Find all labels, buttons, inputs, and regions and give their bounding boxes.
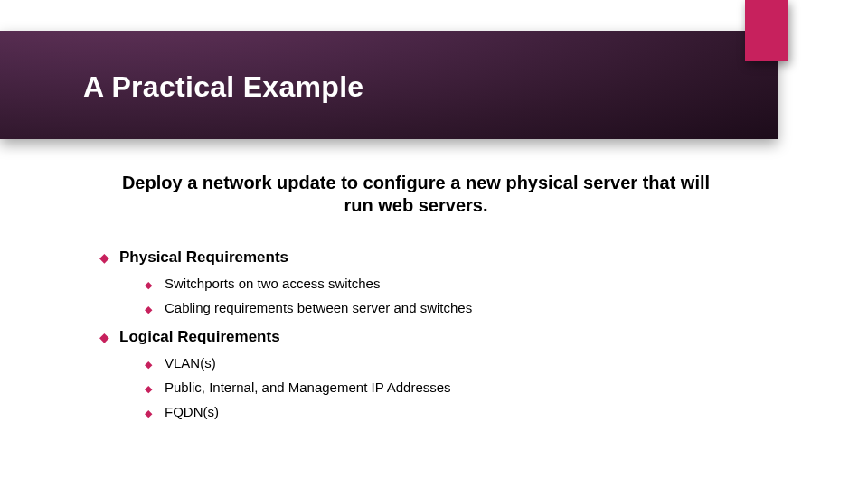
diamond-bullet-icon: ◆ [145, 279, 165, 291]
list-item-text: Switchports on two access switches [165, 276, 380, 291]
diamond-bullet-icon: ◆ [145, 408, 165, 419]
diamond-bullet-icon: ◆ [99, 250, 119, 265]
list-item: ◆ Cabling requirements between server an… [145, 300, 814, 315]
list-item: ◆ FQDN(s) [145, 404, 814, 419]
section: ◆ Physical Requirements ◆ Switchports on… [99, 249, 814, 315]
slide: A Practical Example Deploy a network upd… [0, 0, 868, 488]
list-item-text: Public, Internal, and Management IP Addr… [165, 380, 451, 395]
list-item-text: VLAN(s) [165, 355, 216, 371]
diamond-bullet-icon: ◆ [145, 383, 165, 395]
slide-body: ◆ Physical Requirements ◆ Switchports on… [99, 249, 814, 432]
list-item: ◆ Public, Internal, and Management IP Ad… [145, 380, 814, 395]
list-item-text: Cabling requirements between server and … [165, 300, 472, 315]
diamond-bullet-icon: ◆ [99, 330, 119, 344]
section-heading: Logical Requirements [119, 328, 280, 346]
diamond-bullet-icon: ◆ [145, 359, 165, 371]
section: ◆ Logical Requirements ◆ VLAN(s) ◆ Publi… [99, 328, 814, 419]
list-item: ◆ Switchports on two access switches [145, 276, 814, 291]
list-item: ◆ VLAN(s) [145, 355, 814, 371]
list-item-text: FQDN(s) [165, 404, 219, 419]
diamond-bullet-icon: ◆ [145, 304, 165, 315]
accent-tab [745, 0, 788, 61]
slide-subtitle: Deploy a network update to configure a n… [118, 172, 714, 217]
section-heading: Physical Requirements [119, 249, 288, 267]
slide-title: A Practical Example [83, 70, 363, 104]
